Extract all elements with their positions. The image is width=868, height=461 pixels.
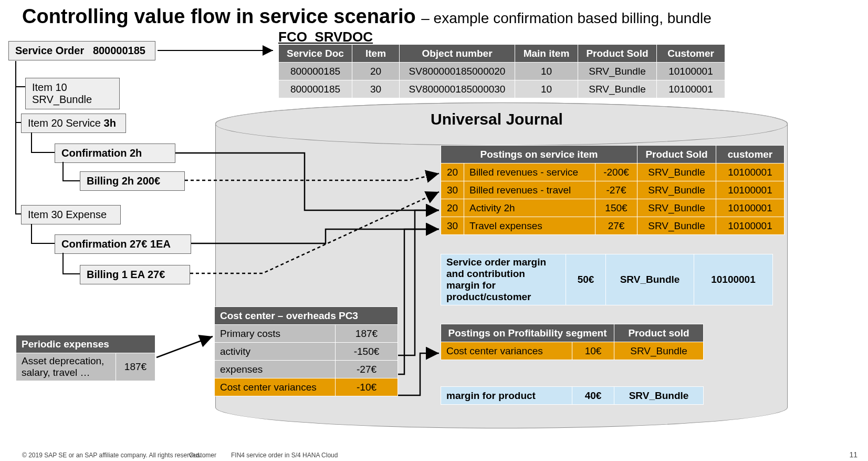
billing1-box: Billing 2h 200€ bbox=[80, 171, 185, 191]
fco-srvdoc-label: FCO_SRVDOC bbox=[278, 29, 373, 45]
item20-box: Item 20 Service 3h bbox=[21, 114, 126, 133]
footer-customer: Customer bbox=[189, 452, 216, 459]
footer-doc: FIN4 service order in S/4 HANA Cloud bbox=[231, 452, 338, 459]
service-order-box: Service Order 800000185 bbox=[8, 41, 155, 60]
title-main: Controlling value flow in service scenar… bbox=[22, 5, 416, 27]
item30-box: Item 30 Expense bbox=[21, 205, 121, 224]
periodic-header: Periodic expenses bbox=[16, 335, 155, 353]
periodic-expenses-table: Periodic expenses Asset deprecation, sal… bbox=[16, 335, 155, 381]
footer-page-number: 11 bbox=[849, 450, 857, 459]
billing2-box: Billing 1 EA 27€ bbox=[80, 265, 190, 284]
slide-title: Controlling value flow in service scenar… bbox=[22, 5, 712, 28]
footer-copyright: © 2019 SAP SE or an SAP affiliate compan… bbox=[22, 452, 201, 459]
service-order-margin-table: Service order margin and contribution ma… bbox=[441, 254, 773, 305]
postings-service-item-table: Postings on service item Product Sold cu… bbox=[441, 145, 785, 235]
universal-journal-title: Universal Journal bbox=[431, 110, 563, 128]
margin-for-product-table: margin for product 40€ SRV_Bundle bbox=[441, 386, 704, 405]
profitability-segment-table: Postings on Profitability segment Produc… bbox=[441, 324, 704, 360]
svg-line-1 bbox=[156, 336, 213, 357]
cost-center-table: Cost center – overheads PC3 Primary cost… bbox=[214, 306, 398, 396]
confirmation2-box: Confirmation 27€ 1EA bbox=[55, 234, 191, 254]
title-sub: – example confirmation based billing, bu… bbox=[421, 10, 712, 26]
periodic-desc: Asset deprecation, salary, travel … bbox=[16, 353, 116, 381]
periodic-val: 187€ bbox=[116, 353, 155, 381]
fco-srvdoc-table: Service Doc Item Object number Main item… bbox=[278, 44, 725, 98]
confirmation1-box: Confirmation 2h bbox=[55, 144, 175, 163]
item10-box: Item 10 SRV_Bundle bbox=[25, 78, 120, 109]
